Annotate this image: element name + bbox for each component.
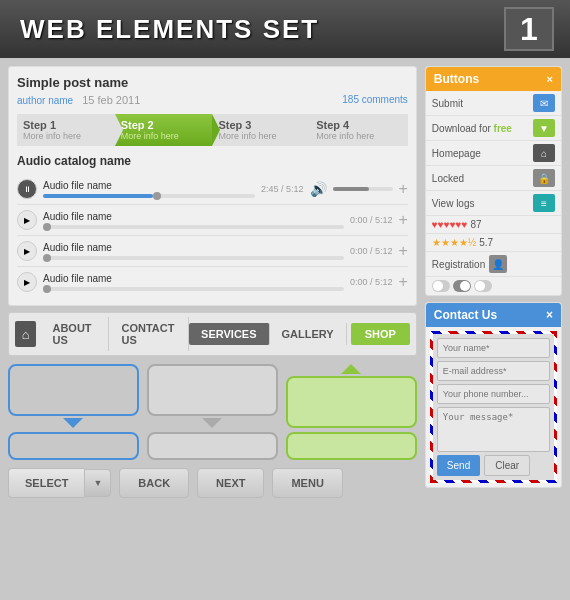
- audio-info-3: Audio file name: [43, 242, 344, 260]
- step-2[interactable]: Step 2 More info here: [115, 114, 213, 146]
- audio-add-2[interactable]: +: [399, 211, 408, 229]
- header: WEB ELEMENTS SET 1: [0, 0, 570, 58]
- contact-phone-input[interactable]: [437, 384, 550, 404]
- button-row-locked: Locked 🔒: [426, 166, 561, 191]
- buttons-close-icon[interactable]: ×: [547, 73, 553, 85]
- pause-button-1[interactable]: ⏸: [17, 179, 37, 199]
- play-button-2[interactable]: ▶: [17, 210, 37, 230]
- audio-info-1: Audio file name: [43, 180, 255, 198]
- nav-gallery[interactable]: GALLERY: [270, 323, 347, 345]
- post-meta: author name 15 feb 2011 185 comments: [17, 94, 408, 106]
- step-1-label: Step 1: [23, 119, 109, 131]
- avatar-icon[interactable]: 👤: [489, 255, 507, 273]
- nav-shop[interactable]: SHOP: [351, 323, 410, 345]
- speech-bubble-6: [286, 432, 417, 460]
- contact-form: Send Clear: [430, 331, 557, 483]
- nav-about-us[interactable]: ABOUT US: [40, 317, 109, 351]
- buttons-section: Buttons × Submit ✉ Download for free ▼ H…: [425, 66, 562, 296]
- nav-home-button[interactable]: ⌂: [15, 321, 36, 347]
- post-comments[interactable]: 185 comments: [342, 94, 408, 106]
- toggle-2[interactable]: [453, 280, 471, 292]
- audio-add-4[interactable]: +: [399, 273, 408, 291]
- contact-name-input[interactable]: [437, 338, 550, 358]
- audio-name-3: Audio file name: [43, 242, 344, 253]
- select-dropdown-arrow[interactable]: ▼: [84, 469, 111, 497]
- audio-item-2: ▶ Audio file name 0:00 / 5:12 +: [17, 205, 408, 236]
- contact-email-input[interactable]: [437, 361, 550, 381]
- audio-info-2: Audio file name: [43, 211, 344, 229]
- header-title: WEB ELEMENTS SET: [20, 14, 319, 45]
- audio-dot-4[interactable]: [43, 285, 51, 293]
- download-icon[interactable]: ▼: [533, 119, 555, 137]
- audio-name-1: Audio file name: [43, 180, 255, 191]
- audio-add-1[interactable]: +: [399, 180, 408, 198]
- stars-icons[interactable]: ★★★★½: [432, 237, 476, 248]
- step-4-sub: More info here: [316, 131, 402, 141]
- contact-close-icon[interactable]: ×: [546, 308, 553, 322]
- audio-add-3[interactable]: +: [399, 242, 408, 260]
- post-meta-left: author name 15 feb 2011: [17, 94, 140, 106]
- audio-time-3: 0:00 / 5:12: [350, 246, 393, 256]
- audio-dot-1[interactable]: [153, 192, 161, 200]
- audio-time-1: 2:45 / 5:12: [261, 184, 304, 194]
- step-3-label: Step 3: [218, 119, 304, 131]
- submit-icon[interactable]: ✉: [533, 94, 555, 112]
- main-layout: Simple post name author name 15 feb 2011…: [0, 58, 570, 506]
- step-3-sub: More info here: [218, 131, 304, 141]
- audio-time-2: 0:00 / 5:12: [350, 215, 393, 225]
- toggle-1[interactable]: [432, 280, 450, 292]
- speech-bubble-1: [8, 364, 139, 416]
- download-label: Download for free: [432, 123, 529, 134]
- nav-contact-us[interactable]: CONTACT US: [109, 317, 189, 351]
- step-4[interactable]: Step 4 More info here: [310, 114, 408, 146]
- locked-label: Locked: [432, 173, 529, 184]
- step-3[interactable]: Step 3 More info here: [212, 114, 310, 146]
- audio-bar-2: [43, 225, 344, 229]
- vol-bar-1[interactable]: [333, 187, 393, 191]
- catalog-title: Audio catalog name: [17, 154, 408, 168]
- hearts-icons[interactable]: ♥♥♥♥♥♥: [432, 219, 468, 230]
- button-row-download: Download for free ▼: [426, 116, 561, 141]
- audio-item-3: ▶ Audio file name 0:00 / 5:12 +: [17, 236, 408, 267]
- bubble-tail-3: [341, 364, 361, 374]
- bubble-col-2: [147, 362, 278, 462]
- step-4-label: Step 4: [316, 119, 402, 131]
- contact-message-input[interactable]: [437, 407, 550, 452]
- bubble-col-3: [286, 362, 417, 462]
- submit-label: Submit: [432, 98, 529, 109]
- toggle-3[interactable]: [474, 280, 492, 292]
- select-button[interactable]: SELECT: [8, 468, 84, 498]
- audio-dot-2[interactable]: [43, 223, 51, 231]
- steps: Step 1 More info here Step 2 More info h…: [17, 114, 408, 146]
- play-button-4[interactable]: ▶: [17, 272, 37, 292]
- speech-bubble-3: [147, 364, 278, 416]
- left-panel: Simple post name author name 15 feb 2011…: [8, 66, 417, 498]
- author-name[interactable]: author name: [17, 95, 73, 106]
- audio-bar-3: [43, 256, 344, 260]
- contact-buttons: Send Clear: [437, 455, 550, 476]
- volume-icon-1[interactable]: 🔊: [310, 181, 327, 197]
- audio-time-4: 0:00 / 5:12: [350, 277, 393, 287]
- speech-bubble-5: [286, 376, 417, 428]
- audio-item-4: ▶ Audio file name 0:00 / 5:12 +: [17, 267, 408, 297]
- audio-dot-3[interactable]: [43, 254, 51, 262]
- back-button[interactable]: BACK: [119, 468, 189, 498]
- step-1[interactable]: Step 1 More info here: [17, 114, 115, 146]
- post-card: Simple post name author name 15 feb 2011…: [8, 66, 417, 306]
- next-button[interactable]: NEXT: [197, 468, 264, 498]
- audio-info-4: Audio file name: [43, 273, 344, 291]
- audio-name-2: Audio file name: [43, 211, 344, 222]
- viewlogs-icon[interactable]: ≡: [533, 194, 555, 212]
- hearts-row: ♥♥♥♥♥♥ 87: [426, 216, 561, 234]
- bubbles-section: [8, 362, 417, 462]
- step-1-sub: More info here: [23, 131, 109, 141]
- play-button-3[interactable]: ▶: [17, 241, 37, 261]
- buttons-title: Buttons: [434, 72, 479, 86]
- homepage-icon[interactable]: ⌂: [533, 144, 555, 162]
- menu-button[interactable]: MENU: [272, 468, 342, 498]
- hearts-count: 87: [470, 219, 481, 230]
- nav-services[interactable]: SERVICES: [189, 323, 269, 345]
- contact-send-button[interactable]: Send: [437, 455, 480, 476]
- locked-icon[interactable]: 🔒: [533, 169, 555, 187]
- contact-clear-button[interactable]: Clear: [484, 455, 530, 476]
